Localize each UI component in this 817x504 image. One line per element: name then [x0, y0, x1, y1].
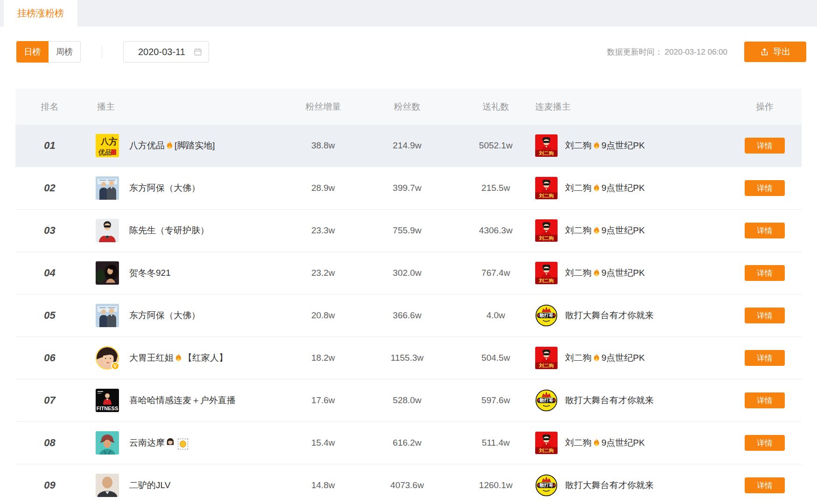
rank-value: 02: [15, 182, 84, 194]
detail-button[interactable]: 详情: [745, 138, 785, 154]
broadcaster-name: 大胃王红姐【红家人】: [129, 352, 228, 364]
gift-count-value: 4306.3w: [460, 225, 532, 236]
missing-emoji-placeholder: [178, 439, 188, 449]
detail-button[interactable]: 详情: [745, 477, 785, 493]
linkmic-name: 散打大舞台有才你就来: [565, 394, 654, 406]
detail-button[interactable]: 详情: [745, 350, 785, 366]
action-cell: 详情: [728, 477, 802, 493]
svg-text:刘二狗: 刘二狗: [538, 235, 553, 241]
broadcaster-name: 喜哈哈情感连麦＋户外直播: [129, 394, 236, 406]
broadcaster-name: 云南达摩: [129, 437, 188, 449]
verified-badge: V: [111, 362, 119, 370]
broadcaster-name: 东方阿保（大佛）: [129, 309, 200, 322]
fan-growth-value: 18.2w: [292, 353, 355, 363]
broadcaster-cell: 八方优品 八方优品[脚踏实地]: [84, 134, 292, 157]
fan-count-value: 366.6w: [355, 310, 460, 321]
gift-count-value: 1260.1w: [460, 480, 532, 490]
table-body: 01 八方优品 八方优品[脚踏实地] 38.8w 214.9w 5052.1w …: [15, 125, 802, 504]
linkmic-name: 刘二狗9点世纪PK: [565, 140, 645, 152]
broadcaster-name: 八方优品[脚踏实地]: [129, 140, 215, 152]
update-time-label: 数据更新时间：: [607, 48, 663, 56]
linkmic-avatar: 散打哥: [535, 389, 558, 412]
action-cell: 详情: [728, 435, 802, 451]
fan-growth-value: 23.2w: [292, 268, 355, 278]
fire-emoji: [593, 353, 601, 362]
fan-count-value: 528.0w: [355, 395, 460, 406]
svg-text:刘二狗: 刘二狗: [538, 278, 553, 283]
fan-growth-value: 15.4w: [292, 438, 355, 448]
detail-button[interactable]: 详情: [745, 392, 785, 408]
woman-emoji: [166, 438, 175, 447]
broadcaster-avatar: V: [96, 346, 119, 370]
detail-button[interactable]: 详情: [745, 265, 785, 281]
table-row: 04 贺冬冬921 23.2w 302.0w 767.4w 刘二狗 刘二狗9点世…: [15, 252, 802, 294]
detail-button[interactable]: 详情: [745, 308, 785, 323]
rank-value: 06: [15, 352, 84, 364]
fan-growth-value: 23.3w: [292, 225, 355, 236]
table-row: 09 二驴的JLV 14.8w 4073.6w 1260.1w 散打哥 散打大舞…: [15, 464, 802, 504]
export-label: 导出: [773, 46, 791, 58]
detail-button[interactable]: 详情: [745, 435, 785, 451]
linkmic-cell: 刘二狗 刘二狗9点世纪PK: [532, 262, 728, 284]
date-value: 2020-03-11: [138, 47, 185, 57]
linkmic-cell: 刘二狗 刘二狗9点世纪PK: [532, 134, 728, 157]
date-picker[interactable]: 2020-03-11: [123, 41, 209, 63]
fire-emoji: [175, 353, 182, 362]
action-cell: 详情: [728, 223, 802, 238]
fan-growth-value: 28.9w: [292, 183, 355, 193]
broadcaster-avatar: [96, 474, 119, 497]
detail-button[interactable]: 详情: [745, 223, 785, 238]
daily-rank-button[interactable]: 日榜: [16, 41, 49, 63]
calendar-icon[interactable]: [193, 47, 203, 56]
main-panel: 日榜 周榜 2020-03-11 数据更新时间： 2020-03-12 06:0…: [0, 41, 817, 504]
gift-count-value: 511.4w: [460, 438, 532, 448]
svg-text:散打哥: 散打哥: [539, 483, 553, 488]
linkmic-avatar: 刘二狗: [535, 347, 558, 369]
rank-value: 07: [15, 394, 84, 406]
fire-emoji: [593, 226, 601, 235]
linkmic-cell: 刘二狗 刘二狗9点世纪PK: [532, 347, 728, 369]
broadcaster-avatar: [96, 176, 119, 200]
broadcaster-name: 二驴的JLV: [129, 479, 170, 491]
svg-text:散打哥: 散打哥: [539, 398, 553, 403]
fire-emoji: [593, 438, 601, 447]
tab-fan-growth-ranking[interactable]: 挂榜涨粉榜: [4, 0, 77, 27]
action-cell: 详情: [728, 350, 802, 366]
broadcaster-cell: 贺冬冬921: [84, 261, 292, 285]
table-row: 01 八方优品 八方优品[脚踏实地] 38.8w 214.9w 5052.1w …: [15, 125, 802, 167]
broadcaster-name: 陈先生（专研护肤）: [129, 224, 209, 237]
linkmic-name: 散打大舞台有才你就来: [565, 309, 654, 322]
linkmic-cell: 散打哥 散打大舞台有才你就来: [532, 389, 728, 412]
gift-count-value: 5052.1w: [460, 140, 532, 151]
broadcaster-avatar: [96, 261, 119, 285]
fire-emoji: [593, 141, 601, 150]
detail-button[interactable]: 详情: [745, 180, 785, 196]
svg-text:刘二狗: 刘二狗: [538, 193, 553, 198]
table-row: 03 陈先生（专研护肤） 23.3w 755.9w 4306.3w 刘二狗 刘二…: [15, 210, 802, 252]
linkmic-avatar: 散打哥: [535, 474, 558, 497]
fan-count-value: 755.9w: [355, 225, 460, 236]
linkmic-cell: 刘二狗 刘二狗9点世纪PK: [532, 177, 728, 199]
broadcaster-avatar: [96, 431, 119, 455]
fan-growth-value: 17.6w: [292, 395, 355, 406]
gift-count-value: 504.5w: [460, 353, 532, 363]
data-update-time: 数据更新时间： 2020-03-12 06:00: [607, 47, 727, 57]
toolbar: 日榜 周榜 2020-03-11 数据更新时间： 2020-03-12 06:0…: [16, 41, 806, 63]
broadcaster-cell: 陈先生（专研护肤）: [84, 219, 292, 242]
fire-emoji: [593, 183, 601, 192]
gift-count-value: 4.0w: [460, 310, 532, 321]
svg-text:方: 方: [108, 137, 118, 147]
svg-text:八: 八: [100, 137, 109, 146]
header-action: 操作: [728, 101, 802, 113]
fan-count-value: 302.0w: [355, 268, 460, 278]
linkmic-avatar: 刘二狗: [535, 177, 558, 199]
gift-count-value: 597.6w: [460, 395, 532, 406]
linkmic-name: 刘二狗9点世纪PK: [565, 437, 645, 449]
fan-count-value: 616.2w: [355, 438, 460, 448]
broadcaster-cell: 东方阿保（大佛）: [84, 304, 292, 327]
export-button[interactable]: 导出: [744, 42, 806, 62]
broadcaster-cell: 二驴的JLV: [84, 474, 292, 497]
weekly-rank-button[interactable]: 周榜: [49, 41, 81, 63]
broadcaster-avatar: 八方优品: [96, 134, 119, 157]
broadcaster-cell: V 大胃王红姐【红家人】: [84, 346, 292, 370]
